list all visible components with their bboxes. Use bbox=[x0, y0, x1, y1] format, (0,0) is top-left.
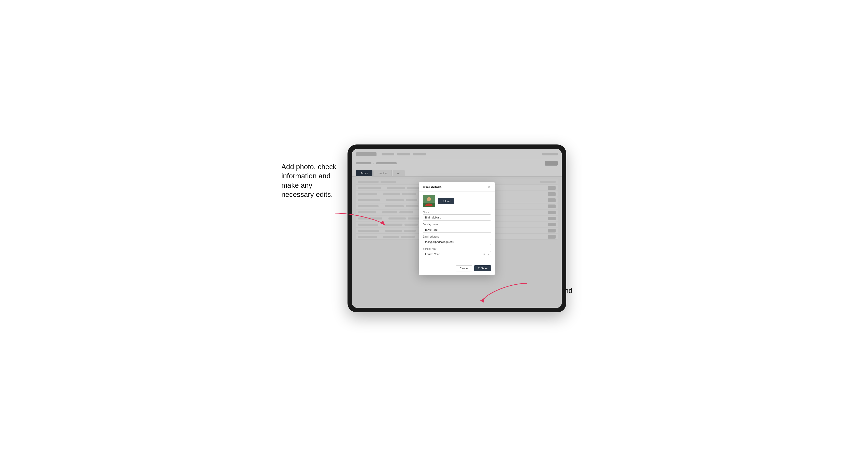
avatar bbox=[423, 195, 435, 207]
modal-close-button[interactable]: × bbox=[487, 185, 491, 189]
avatar-image bbox=[423, 195, 435, 207]
modal-title: User details bbox=[423, 185, 442, 189]
avatar-upload-row: Upload bbox=[423, 195, 491, 207]
save-icon: ⬆ bbox=[478, 267, 480, 270]
modal-overlay: User details × bbox=[352, 149, 562, 308]
select-clear-button[interactable]: × bbox=[482, 252, 486, 256]
save-label: Save bbox=[481, 267, 488, 270]
display-name-field-group: Display name bbox=[423, 223, 491, 233]
user-details-modal: User details × bbox=[419, 182, 495, 275]
email-label: Email address bbox=[423, 235, 491, 238]
left-annotation: Add photo, check information and make an… bbox=[281, 162, 340, 199]
school-year-select-wrap: × ⌄ bbox=[423, 251, 491, 257]
display-name-label: Display name bbox=[423, 223, 491, 226]
tablet-screen: / Active Inactive All bbox=[352, 149, 562, 308]
email-input[interactable] bbox=[423, 239, 491, 245]
school-year-input[interactable] bbox=[423, 251, 491, 257]
name-input[interactable] bbox=[423, 214, 491, 220]
scene: Add photo, check information and make an… bbox=[281, 137, 587, 330]
cancel-button[interactable]: Cancel bbox=[456, 265, 472, 271]
select-caret-icon[interactable]: ⌄ bbox=[487, 252, 490, 256]
modal-header: User details × bbox=[419, 182, 495, 191]
modal-body: Upload Name Display name bbox=[419, 191, 495, 263]
save-button[interactable]: ⬆ Save bbox=[474, 265, 491, 271]
upload-button[interactable]: Upload bbox=[438, 198, 454, 204]
name-field-group: Name bbox=[423, 211, 491, 220]
display-name-input[interactable] bbox=[423, 227, 491, 233]
select-actions: × ⌄ bbox=[482, 252, 490, 256]
school-year-label: School Year bbox=[423, 248, 491, 250]
left-annotation-text: Add photo, check information and make an… bbox=[281, 163, 336, 198]
school-year-field-group: School Year × ⌄ bbox=[423, 248, 491, 257]
email-field-group: Email address bbox=[423, 235, 491, 245]
name-label: Name bbox=[423, 211, 491, 214]
tablet-device: / Active Inactive All bbox=[347, 145, 566, 312]
svg-point-4 bbox=[427, 197, 431, 201]
modal-footer: Cancel ⬆ Save bbox=[419, 263, 495, 275]
